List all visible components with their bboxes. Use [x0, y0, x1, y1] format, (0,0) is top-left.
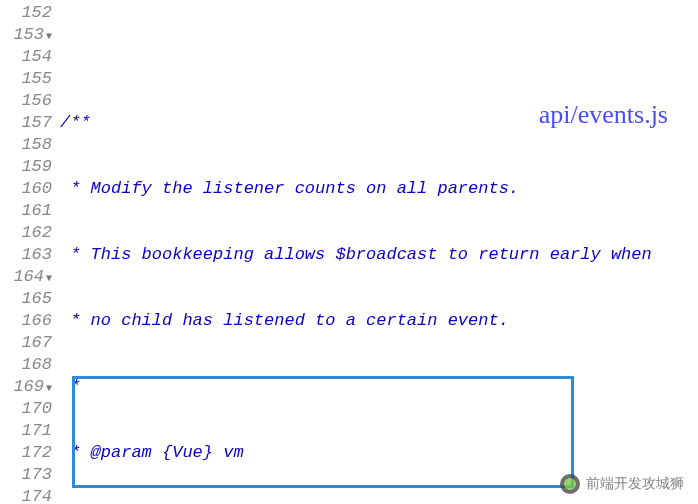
watermark: 前端开发攻城狮 — [560, 474, 684, 494]
line-number: 173 — [0, 464, 52, 486]
line-number: 159 — [0, 156, 52, 178]
code-line — [60, 46, 698, 68]
line-number: 171 — [0, 420, 52, 442]
code-content[interactable]: /** * Modify the listener counts on all … — [60, 2, 698, 504]
line-number: 162 — [0, 222, 52, 244]
line-number: 172 — [0, 442, 52, 464]
code-line: * This bookkeeping allows $broadcast to … — [60, 244, 698, 266]
line-number: 165 — [0, 288, 52, 310]
line-number-gutter: 1521531541551561571581591601611621631641… — [0, 2, 60, 504]
line-number: 160 — [0, 178, 52, 200]
line-number: 157 — [0, 112, 52, 134]
line-number: 170 — [0, 398, 52, 420]
line-number: 152 — [0, 2, 52, 24]
line-number: 161 — [0, 200, 52, 222]
line-number: 163 — [0, 244, 52, 266]
line-number: 155 — [0, 68, 52, 90]
line-number: 164 — [0, 266, 52, 288]
wechat-icon — [560, 474, 580, 494]
line-number: 156 — [0, 90, 52, 112]
code-line: * @param {Vue} vm — [60, 442, 698, 464]
line-number: 154 — [0, 46, 52, 68]
line-number: 174 — [0, 486, 52, 504]
line-number: 153 — [0, 24, 52, 46]
code-line: * Modify the listener counts on all pare… — [60, 178, 698, 200]
line-number: 167 — [0, 332, 52, 354]
line-number: 168 — [0, 354, 52, 376]
line-number: 166 — [0, 310, 52, 332]
code-line: * no child has listened to a certain eve… — [60, 310, 698, 332]
code-line: /** — [60, 112, 698, 134]
code-line: * — [60, 376, 698, 398]
line-number: 158 — [0, 134, 52, 156]
watermark-text: 前端开发攻城狮 — [586, 475, 684, 493]
line-number: 169 — [0, 376, 52, 398]
code-editor[interactable]: 1521531541551561571581591601611621631641… — [0, 0, 698, 504]
